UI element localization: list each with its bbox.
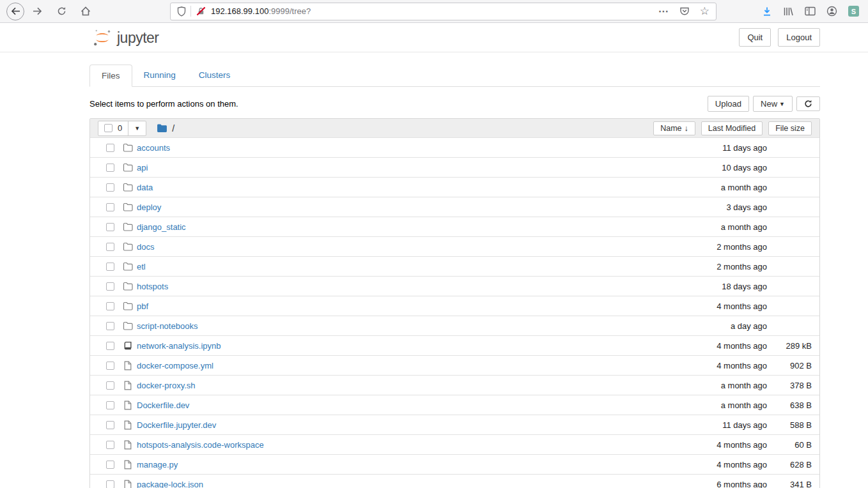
row-checkbox[interactable] xyxy=(106,282,114,291)
file-link[interactable]: django_static xyxy=(137,222,186,232)
file-link[interactable]: Dockerfile.jupyter.dev xyxy=(137,420,216,430)
page-actions-icon[interactable]: ⋯ xyxy=(658,5,669,17)
modified-timestamp: 4 months ago xyxy=(690,301,767,311)
file-size: 638 B xyxy=(767,400,812,410)
table-row: etl 2 months ago xyxy=(90,256,819,276)
url-path: :9999/tree? xyxy=(268,6,311,16)
sort-last-modified-button[interactable]: Last Modified xyxy=(701,121,763,135)
table-row: data a month ago xyxy=(90,177,819,197)
modified-timestamp: 6 months ago xyxy=(690,480,767,488)
file-size: 378 B xyxy=(767,381,812,390)
row-checkbox[interactable] xyxy=(106,322,114,330)
file-link[interactable]: docs xyxy=(137,242,154,252)
refresh-button[interactable] xyxy=(796,96,820,111)
table-row: deploy 3 days ago xyxy=(90,197,819,217)
file-size: 60 B xyxy=(767,440,812,450)
row-checkbox[interactable] xyxy=(106,421,114,429)
file-link[interactable]: docker-compose.yml xyxy=(137,361,213,370)
file-icon xyxy=(122,381,133,390)
downloads-icon[interactable] xyxy=(762,6,772,17)
pocket-icon[interactable] xyxy=(679,6,690,16)
sort-name-button[interactable]: Name↓ xyxy=(653,121,695,135)
file-link[interactable]: hotspots xyxy=(137,282,168,291)
folder-icon xyxy=(122,242,133,251)
file-link[interactable]: deploy xyxy=(137,202,161,212)
extension-s-icon[interactable]: S xyxy=(848,6,859,17)
file-link[interactable]: etl xyxy=(137,262,146,271)
modified-timestamp: 4 months ago xyxy=(690,361,767,370)
logout-button[interactable]: Logout xyxy=(778,28,820,47)
row-checkbox[interactable] xyxy=(106,441,114,449)
file-size: 341 B xyxy=(767,480,812,488)
jupyter-logo-icon xyxy=(91,27,113,49)
row-checkbox[interactable] xyxy=(106,243,114,251)
account-icon[interactable] xyxy=(826,6,837,17)
row-checkbox[interactable] xyxy=(106,362,114,370)
quit-button[interactable]: Quit xyxy=(739,28,771,47)
select-dropdown-button[interactable]: ▼ xyxy=(128,121,146,135)
reload-icon[interactable] xyxy=(52,3,70,20)
file-link[interactable]: accounts xyxy=(137,143,170,153)
file-link[interactable]: script-notebooks xyxy=(137,321,198,331)
forward-icon[interactable] xyxy=(28,3,46,20)
home-icon[interactable] xyxy=(77,3,95,20)
file-link[interactable]: hotspots-analysis.code-workspace xyxy=(137,440,264,450)
row-checkbox[interactable] xyxy=(106,342,114,350)
select-all-checkbox[interactable] xyxy=(104,124,112,132)
file-link[interactable]: pbf xyxy=(137,301,148,311)
tab-files[interactable]: Files xyxy=(89,65,132,87)
jupyter-logo[interactable]: jupyter xyxy=(91,27,159,49)
table-row: docker-compose.yml 4 months ago 902 B xyxy=(90,355,819,375)
row-checkbox[interactable] xyxy=(106,183,114,192)
upload-button[interactable]: Upload xyxy=(708,96,749,112)
file-link[interactable]: package-lock.json xyxy=(137,480,203,488)
folder-icon xyxy=(122,202,133,211)
file-link[interactable]: api xyxy=(137,163,148,172)
file-link[interactable]: docker-proxy.sh xyxy=(137,381,196,390)
row-checkbox[interactable] xyxy=(106,461,114,469)
row-checkbox[interactable] xyxy=(106,263,114,271)
row-checkbox[interactable] xyxy=(106,144,114,152)
sort-file-size-button[interactable]: File size xyxy=(768,121,812,135)
row-checkbox[interactable] xyxy=(106,203,114,211)
list-header: 0 ▼ / Name↓ Last Modified File size xyxy=(90,119,819,137)
table-row: hotspots-analysis.code-workspace 4 month… xyxy=(90,434,819,454)
row-checkbox[interactable] xyxy=(106,223,114,231)
insecure-lock-icon[interactable] xyxy=(196,6,206,16)
library-icon[interactable] xyxy=(783,6,794,17)
back-icon[interactable] xyxy=(6,3,24,20)
row-checkbox[interactable] xyxy=(106,164,114,172)
modified-timestamp: 2 months ago xyxy=(690,262,767,271)
file-icon xyxy=(122,361,133,370)
file-link[interactable]: data xyxy=(137,183,153,192)
action-row: Select items to perform actions on them.… xyxy=(89,96,820,112)
file-link[interactable]: Dockerfile.dev xyxy=(137,400,189,410)
folder-icon xyxy=(122,163,133,172)
breadcrumb-folder-icon[interactable] xyxy=(157,123,167,133)
chevron-down-icon: ▼ xyxy=(134,125,140,132)
tab-clusters[interactable]: Clusters xyxy=(187,65,242,86)
tab-bar: Files Running Clusters xyxy=(89,65,820,87)
folder-icon xyxy=(122,262,133,271)
row-checkbox[interactable] xyxy=(106,381,114,390)
url-text[interactable]: 192.168.99.100:9999/tree? xyxy=(211,6,658,16)
new-dropdown-button[interactable]: New▼ xyxy=(753,96,793,112)
file-link[interactable]: network-analysis.ipynb xyxy=(137,341,221,351)
modified-timestamp: 4 months ago xyxy=(690,440,767,450)
table-row: script-notebooks a day ago xyxy=(90,316,819,335)
tracking-shield-icon[interactable] xyxy=(177,6,186,17)
url-bar[interactable]: 192.168.99.100:9999/tree? ⋯ ☆ xyxy=(170,3,717,20)
bookmark-star-icon[interactable]: ☆ xyxy=(700,4,709,18)
modified-timestamp: 10 days ago xyxy=(690,163,767,172)
file-link[interactable]: manage.py xyxy=(137,460,178,469)
breadcrumb[interactable]: / xyxy=(172,123,174,133)
row-checkbox[interactable] xyxy=(106,302,114,310)
main-content: Files Running Clusters Select items to p… xyxy=(89,65,820,488)
notebook-icon xyxy=(122,341,133,351)
sidebar-icon[interactable] xyxy=(805,6,816,16)
row-checkbox[interactable] xyxy=(106,480,114,488)
row-checkbox[interactable] xyxy=(106,401,114,409)
select-all-button[interactable]: 0 xyxy=(98,121,128,135)
modified-timestamp: 4 months ago xyxy=(690,341,767,351)
tab-running[interactable]: Running xyxy=(132,65,187,86)
